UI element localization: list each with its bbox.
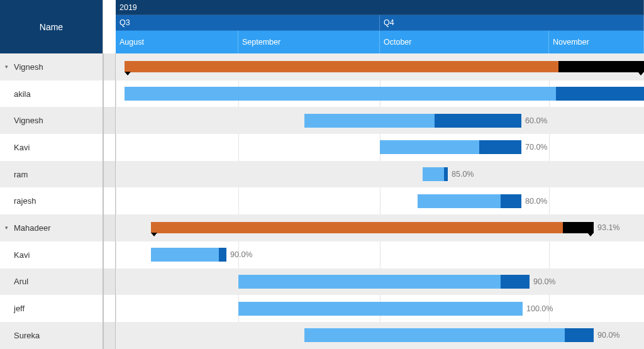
task-bar[interactable] <box>304 328 594 342</box>
task-name-label: ram <box>14 170 28 179</box>
chart-column: 2019 Q3Q4 AugustSeptemberOctoberNovember… <box>116 0 644 349</box>
task-name-label: akila <box>14 89 31 99</box>
timescale-quarter: Q3 <box>116 15 380 30</box>
progress-fill <box>304 328 565 342</box>
task-name-label: jeff <box>14 304 25 313</box>
collapse-icon[interactable]: ▾ <box>5 64 11 70</box>
task-name-cell[interactable]: Sureka <box>0 322 103 349</box>
summary-bar[interactable] <box>151 222 594 233</box>
task-name-cell[interactable]: ram <box>0 161 103 188</box>
progress-label: 90.0% <box>533 277 555 286</box>
task-name-cell[interactable]: jeff <box>0 295 103 322</box>
task-name-label: Arul <box>14 277 28 286</box>
task-name-cell[interactable]: Arul <box>0 269 103 296</box>
remaining-fill <box>558 61 644 72</box>
remaining-fill <box>556 87 644 101</box>
task-name-cell[interactable]: Kavi <box>0 241 103 269</box>
task-name-cell[interactable]: Kavi <box>0 134 103 161</box>
progress-label: 90.0% <box>597 331 619 340</box>
remaining-fill <box>435 114 521 128</box>
task-name-label: Sureka <box>14 331 40 340</box>
progress-label: 100.0% <box>526 304 553 313</box>
chart-row: 90.0% <box>116 241 644 269</box>
progress-fill <box>238 275 501 289</box>
chart-row: 90.0% <box>116 269 644 296</box>
chart-row <box>116 80 644 108</box>
task-name-cell[interactable]: ▾Vignesh <box>0 53 103 80</box>
task-bar[interactable] <box>151 248 226 262</box>
progress-label: 90.0% <box>230 250 252 259</box>
timescale-month: October <box>380 31 549 53</box>
chart-row: 100.0% <box>116 295 644 322</box>
chart-row: 85.0% <box>116 161 644 188</box>
chart-body[interactable]: 60.0%70.0%85.0%80.0%93.1%90.0%90.0%100.0… <box>116 53 644 349</box>
timescale-month: November <box>549 31 644 53</box>
task-bar[interactable] <box>238 275 530 289</box>
remaining-fill <box>444 167 448 181</box>
name-rows: ▾VigneshakilaVigneshKaviramrajesh▾Mahade… <box>0 53 103 349</box>
remaining-fill <box>565 328 594 342</box>
timescale-year: 2019 <box>116 0 644 14</box>
task-name-label: Kavi <box>14 250 30 260</box>
task-name-cell[interactable]: akila <box>0 80 103 108</box>
chart-row: 90.0% <box>116 322 644 349</box>
chart-row <box>116 53 644 80</box>
timescale: 2019 Q3Q4 AugustSeptemberOctoberNovember <box>116 0 644 53</box>
progress-label: 80.0% <box>525 197 547 206</box>
remaining-fill <box>563 222 594 233</box>
timescale-quarter: Q4 <box>380 15 644 30</box>
progress-fill <box>423 167 444 181</box>
task-bar[interactable] <box>125 87 644 101</box>
progress-label: 93.1% <box>597 223 619 232</box>
task-bar[interactable] <box>423 167 448 181</box>
progress-label: 70.0% <box>525 143 547 152</box>
progress-fill <box>304 114 435 128</box>
splitter-gap[interactable] <box>103 0 116 349</box>
task-name-label: rajesh <box>14 196 36 206</box>
progress-fill <box>125 87 556 101</box>
progress-fill <box>151 248 219 262</box>
task-bar[interactable] <box>380 140 521 154</box>
progress-fill <box>125 61 558 72</box>
name-column-header-label: Name <box>40 22 63 32</box>
task-name-cell[interactable]: ▾Mahadeer <box>0 214 103 241</box>
chart-row: 70.0% <box>116 134 644 161</box>
timescale-month: August <box>116 31 238 53</box>
remaining-fill <box>501 194 521 208</box>
progress-fill <box>418 194 501 208</box>
task-name-label: Vignesh <box>14 62 43 72</box>
task-bar[interactable] <box>304 114 521 128</box>
task-name-cell[interactable]: Vignesh <box>0 107 103 134</box>
task-name-cell[interactable]: rajesh <box>0 187 103 214</box>
chart-row: 60.0% <box>116 107 644 134</box>
summary-bar[interactable] <box>125 61 644 72</box>
name-column: Name ▾VigneshakilaVigneshKaviramrajesh▾M… <box>0 0 103 349</box>
progress-fill <box>380 140 479 154</box>
chart-row: 80.0% <box>116 187 644 214</box>
task-bar[interactable] <box>418 194 521 208</box>
progress-label: 60.0% <box>525 116 547 125</box>
task-name-label: Mahadeer <box>14 223 51 233</box>
collapse-icon[interactable]: ▾ <box>5 224 11 231</box>
task-name-label: Kavi <box>14 143 30 152</box>
remaining-fill <box>501 275 530 289</box>
gantt-chart: Name ▾VigneshakilaVigneshKaviramrajesh▾M… <box>0 0 644 349</box>
task-bar[interactable] <box>238 302 523 316</box>
task-name-label: Vignesh <box>14 116 43 125</box>
remaining-fill <box>219 248 226 262</box>
progress-fill <box>238 302 523 316</box>
timescale-month: September <box>238 31 380 53</box>
chart-row: 93.1% <box>116 214 644 241</box>
progress-fill <box>151 222 563 233</box>
remaining-fill <box>479 140 522 154</box>
name-column-header: Name <box>0 0 103 53</box>
progress-label: 85.0% <box>452 170 474 179</box>
